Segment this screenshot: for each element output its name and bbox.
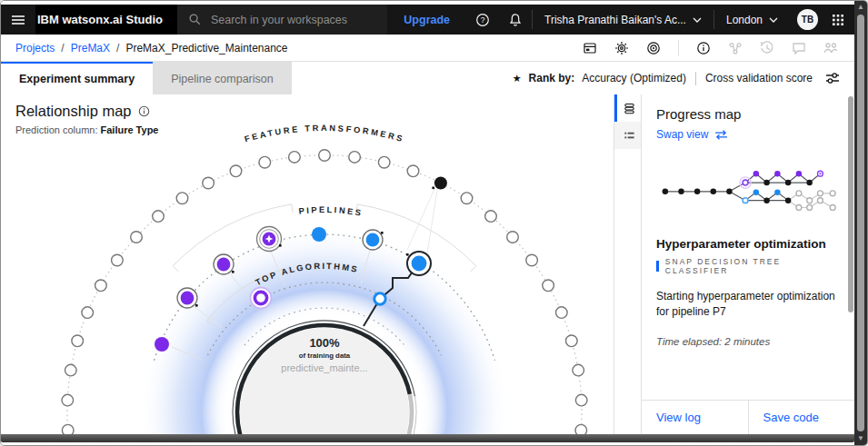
algorithm-color-bar <box>656 261 659 272</box>
notifications-button[interactable] <box>499 5 532 35</box>
summary-card-button[interactable] <box>583 41 597 55</box>
prediction-column-label: Prediction column: <box>15 124 98 135</box>
rank-option-accuracy[interactable]: Accuracy (Optimized) <box>582 72 686 84</box>
app-brand-label: IBM watsonx.ai Studio <box>37 13 163 26</box>
save-code-button[interactable]: Save code <box>748 401 855 434</box>
hamburger-icon <box>11 13 25 27</box>
app-window: IBM watsonx.ai Studio Upgrade ? Trisha P… <box>0 0 868 446</box>
map-view-button[interactable] <box>614 94 641 122</box>
breadcrumb-project[interactable]: PreMaX <box>71 42 110 55</box>
breadcrumb-projects[interactable]: Projects <box>15 42 55 55</box>
relationship-map-panel: Relationship map Prediction column:Failu… <box>1 94 614 434</box>
toolbar-divider <box>678 40 679 56</box>
list-view-icon <box>623 129 636 143</box>
account-menu[interactable]: Trisha Pranathi Baikan's Ac... <box>533 5 713 35</box>
global-search[interactable] <box>177 5 387 35</box>
region-label: London <box>726 14 763 26</box>
hamburger-menu-button[interactable] <box>1 5 35 35</box>
tab-label: Pipeline comparison <box>171 73 274 85</box>
flow-share-icon <box>728 41 743 55</box>
tab-experiment-summary[interactable]: Experiment summary <box>1 62 153 94</box>
info-button[interactable] <box>696 41 711 55</box>
relationship-map-svg[interactable]: FEATURE TRANSFORMERSPIPELINESTOP ALGORIT… <box>1 94 614 434</box>
progress-panel: Progress map Swap view Hyperparameter op… <box>642 94 854 434</box>
comments-icon <box>792 41 806 55</box>
avatar[interactable]: TB <box>797 9 818 30</box>
rank-by-label: Rank by: <box>529 72 575 84</box>
window-bottom-edge <box>1 434 854 442</box>
breadcrumb-separator: / <box>116 42 119 55</box>
progress-map-title: Progress map <box>656 106 838 122</box>
view-log-label: View log <box>656 411 701 424</box>
page-scrollbar-thumb[interactable] <box>857 15 864 431</box>
upgrade-button[interactable]: Upgrade <box>387 5 466 35</box>
bell-icon <box>508 13 523 27</box>
breadcrumb-separator: / <box>61 42 64 55</box>
svg-text:PIPELINES: PIPELINES <box>298 205 364 218</box>
tab-label: Experiment summary <box>19 73 135 85</box>
rank-divider <box>695 72 696 85</box>
settings-gear-button[interactable] <box>614 41 629 55</box>
svg-text:?: ? <box>481 15 485 25</box>
svg-text:predictive_mainte...: predictive_mainte... <box>281 362 367 373</box>
progress-panel-footer: View log Save code <box>642 400 854 434</box>
time-elapsed: Time elapsed: 2 minutes <box>656 336 838 347</box>
view-log-button[interactable]: View log <box>642 401 748 434</box>
svg-text:100%: 100% <box>309 336 340 350</box>
history-icon <box>760 41 774 55</box>
breadcrumb-current: PreMaX_Predictive_Maintenance <box>125 42 287 55</box>
hpo-section-title: Hyperparameter optimization <box>656 237 838 251</box>
progress-tree-svg[interactable] <box>658 155 840 213</box>
help-icon: ? <box>475 13 490 27</box>
star-icon: ★ <box>513 73 522 84</box>
window-bottom-margin <box>1 442 854 445</box>
chevron-down-icon <box>693 17 702 23</box>
target-button[interactable] <box>646 41 661 55</box>
swap-view-label: Swap view <box>656 128 708 141</box>
view-toggle-rail <box>614 94 642 434</box>
chevron-down-icon <box>769 17 778 23</box>
swap-arrows-icon <box>714 130 728 140</box>
scroll-up-arrow[interactable]: ▲ <box>857 1 864 14</box>
page-scrollbar[interactable]: ▲ ▼ <box>854 1 867 445</box>
tabs-bar: Experiment summary Pipeline comparison ★… <box>1 62 854 94</box>
save-code-label: Save code <box>763 411 819 424</box>
svg-text:of training data: of training data <box>299 352 351 360</box>
account-label: Trisha Pranathi Baikan's Ac... <box>544 14 686 26</box>
list-view-button[interactable] <box>614 122 641 149</box>
rank-option-cross-validation[interactable]: Cross validation score <box>705 72 813 84</box>
rank-by-bar: ★ Rank by: Accuracy (Optimized) Cross va… <box>513 62 854 94</box>
search-icon <box>188 13 202 26</box>
svg-text:FEATURE TRANSFORMERS: FEATURE TRANSFORMERS <box>244 124 405 144</box>
breadcrumb: Projects / PreMaX / PreMaX_Predictive_Ma… <box>15 42 288 55</box>
swap-view-link[interactable]: Swap view <box>656 128 838 141</box>
app-brand[interactable]: IBM watsonx.ai Studio <box>35 5 177 35</box>
app-switcher-button[interactable] <box>822 5 854 35</box>
prediction-column-value: Failure Type <box>101 124 159 135</box>
status-text: Starting hyperparameter optimization for… <box>656 289 843 321</box>
algorithm-name: SNAP DECISION TREE CLASSIFIER <box>665 257 838 275</box>
collaborators-icon <box>823 41 838 55</box>
scroll-down-arrow[interactable]: ▼ <box>857 432 864 445</box>
avatar-initials: TB <box>802 15 813 25</box>
info-icon[interactable] <box>138 105 150 117</box>
tab-pipeline-comparison[interactable]: Pipeline comparison <box>153 62 292 94</box>
help-button[interactable]: ? <box>466 5 499 35</box>
search-input[interactable] <box>211 14 376 26</box>
app-switcher-icon <box>831 13 845 27</box>
settings-adjust-icon[interactable] <box>825 71 840 85</box>
breadcrumb-toolbar: Projects / PreMaX / PreMaX_Predictive_Ma… <box>1 35 854 62</box>
upgrade-label: Upgrade <box>404 14 450 26</box>
top-header-bar: IBM watsonx.ai Studio Upgrade ? Trisha P… <box>1 5 854 35</box>
relationship-map-title: Relationship map <box>15 103 132 120</box>
panel-scrollbar-thumb[interactable] <box>848 96 853 312</box>
map-view-icon <box>623 102 636 115</box>
region-menu[interactable]: London <box>714 5 790 35</box>
